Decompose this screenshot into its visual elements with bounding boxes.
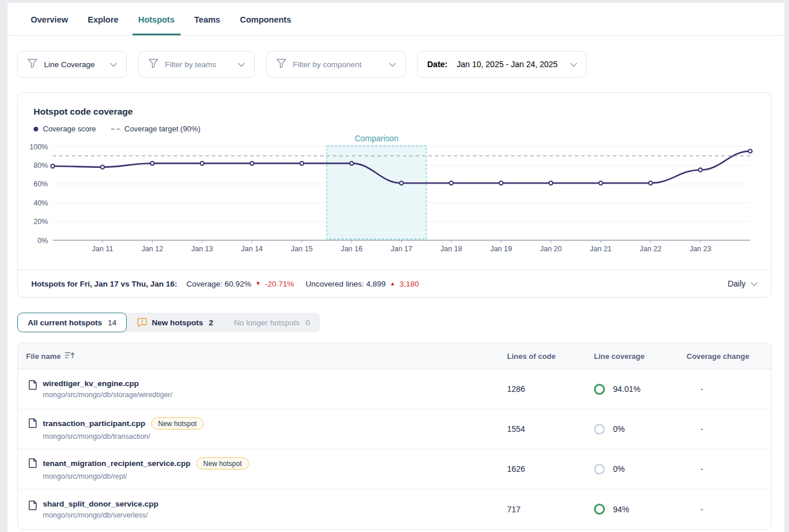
teams-filter-label: Filter by teams: [165, 60, 216, 69]
nav-tab-label: Explore: [88, 15, 119, 24]
svg-text:Jan 13: Jan 13: [191, 245, 213, 253]
column-file-name[interactable]: File name: [18, 351, 507, 361]
new-hotspot-badge: New hotspot: [151, 417, 204, 430]
hotspot-filter-option[interactable]: New hotspots 2: [127, 313, 223, 332]
lines-of-code: 1626: [507, 464, 594, 474]
legend-label: Coverage target (90%): [124, 124, 201, 133]
column-label: File name: [26, 352, 61, 361]
chart-title: Hotspot code coverage: [34, 107, 755, 117]
chevron-down-icon: [570, 63, 577, 67]
svg-text:0%: 0%: [38, 237, 48, 245]
new-hotspot-icon: [137, 318, 147, 327]
coverage-ring-icon: [594, 424, 605, 435]
coverage-value: 94.01%: [613, 384, 640, 394]
file-name: tenant_migration_recipient_service.cpp: [43, 459, 190, 468]
coverage-ring-icon: [594, 464, 605, 475]
svg-text:Jan 16: Jan 16: [341, 245, 363, 253]
lines-of-code: 1554: [507, 424, 594, 434]
teams-filter-dropdown[interactable]: Filter by teams: [138, 51, 255, 78]
coverage-value: 94%: [613, 505, 629, 514]
hotspot-filter-option[interactable]: No longer hotspots 0: [223, 313, 320, 332]
svg-text:Jan 22: Jan 22: [640, 245, 662, 253]
file-icon-slot: [28, 417, 37, 431]
file-icon: [28, 500, 37, 511]
increase-triangle-icon: ▲: [390, 281, 395, 287]
filter-bar: Line Coverage Filter by teams Filter by …: [17, 51, 772, 78]
legend-dot-icon: [34, 127, 38, 131]
column-coverage-change: Coverage change: [687, 352, 771, 361]
nav-tab-label: Components: [240, 15, 291, 24]
funnel-icon: [276, 58, 287, 68]
chevron-down-icon: [110, 63, 117, 67]
file-icon-slot: [28, 457, 37, 471]
coverage-ring-icon: [594, 384, 605, 395]
file-name: transaction_participant.cpp: [43, 419, 145, 428]
funnel-icon: [27, 58, 38, 68]
interval-dropdown[interactable]: Daily: [728, 279, 758, 288]
svg-text:Jan 11: Jan 11: [92, 245, 113, 253]
coverage-chart: 0%20%40%60%80%100%ComparisonJan 11Jan 12…: [27, 133, 770, 258]
hotspot-filter-option[interactable]: All current hotspots 14: [17, 313, 127, 332]
sort-ascending-icon: [65, 351, 75, 359]
hotspots-table: File name Lines of code Line coverage Co…: [17, 343, 772, 530]
table-row[interactable]: wiredtiger_kv_engine.cpp mongo/src/mongo…: [18, 369, 771, 409]
svg-text:Comparison: Comparison: [355, 134, 398, 143]
file-icon: [28, 380, 37, 390]
summary-uncovered: Uncovered lines: 4,899: [306, 280, 386, 288]
nav-tab-label: Overview: [31, 15, 68, 24]
hotspot-filter-tabs: All current hotspots 14 New hotspots 2 N…: [17, 313, 320, 332]
file-icon: [28, 418, 37, 428]
svg-text:Jan 20: Jan 20: [540, 245, 562, 253]
date-range-dropdown[interactable]: Date: Jan 10, 2025 - Jan 24, 2025: [417, 51, 587, 78]
lines-of-code: 1286: [507, 384, 594, 394]
nav-tab-overview[interactable]: Overview: [25, 3, 74, 35]
metric-filter-dropdown[interactable]: Line Coverage: [17, 51, 127, 78]
nav-tab-components[interactable]: Components: [234, 3, 297, 35]
coverage-change: -: [687, 424, 771, 434]
file-cell: transaction_participant.cpp New hotspot …: [18, 417, 507, 441]
file-path: mongo/src/mongo/db/storage/wiredtiger/: [43, 391, 173, 399]
nav-tab-label: Teams: [195, 15, 221, 24]
hotspot-filter-count: 2: [209, 318, 214, 327]
file-name: shard_split_donor_service.cpp: [43, 500, 159, 508]
lines-of-code: 717: [507, 505, 594, 514]
svg-text:60%: 60%: [34, 180, 48, 188]
funnel-icon: [148, 58, 159, 68]
chevron-down-icon: [238, 63, 245, 67]
file-icon-slot: [28, 500, 37, 513]
svg-text:100%: 100%: [30, 143, 48, 151]
coverage-ring-icon: [594, 504, 605, 515]
date-range-prefix: Date:: [427, 60, 447, 69]
summary-coverage: Coverage: 60.92%: [186, 280, 251, 288]
table-row[interactable]: shard_split_donor_service.cpp mongo/src/…: [18, 489, 771, 529]
coverage-change: -: [687, 505, 771, 514]
column-lines-of-code: Lines of code: [507, 352, 594, 361]
nav-tab-hotspots[interactable]: Hotspots: [133, 3, 181, 35]
nav-tab-teams[interactable]: Teams: [189, 3, 226, 35]
summary-uncovered-delta: 3,180: [399, 280, 419, 288]
column-line-coverage: Line coverage: [594, 352, 687, 361]
chart-legend: Coverage score Coverage target (90%): [34, 124, 755, 133]
nav-tab-label: Hotspots: [138, 15, 175, 24]
legend-coverage-score: Coverage score: [34, 124, 96, 133]
file-path: mongo/src/mongo/db/repl/: [43, 472, 249, 480]
date-range-value: Jan 10, 2025 - Jan 24, 2025: [457, 60, 557, 69]
hotspot-filter-label: All current hotspots: [28, 318, 102, 327]
svg-text:Jan 19: Jan 19: [490, 245, 512, 253]
table-row[interactable]: transaction_participant.cpp New hotspot …: [18, 409, 771, 449]
svg-text:20%: 20%: [34, 218, 48, 226]
file-cell: wiredtiger_kv_engine.cpp mongo/src/mongo…: [18, 379, 507, 399]
nav-tab-explore[interactable]: Explore: [82, 3, 124, 35]
coverage-value: 0%: [613, 424, 625, 434]
hotspot-filter-label: No longer hotspots: [234, 318, 299, 327]
file-path: mongo/src/mongo/db/serverless/: [43, 511, 159, 519]
table-row[interactable]: tenant_migration_recipient_service.cpp N…: [18, 449, 771, 489]
file-icon-slot: [28, 379, 37, 392]
top-navigation: Overview Explore Hotspots Teams Componen…: [8, 3, 784, 36]
component-filter-dropdown[interactable]: Filter by component: [266, 51, 406, 78]
svg-text:Jan 14: Jan 14: [241, 245, 263, 253]
hotspot-filter-label: New hotspots: [152, 318, 203, 327]
file-name: wiredtiger_kv_engine.cpp: [43, 379, 139, 388]
summary-coverage-delta: -20.71%: [265, 280, 294, 288]
svg-text:80%: 80%: [34, 162, 48, 170]
